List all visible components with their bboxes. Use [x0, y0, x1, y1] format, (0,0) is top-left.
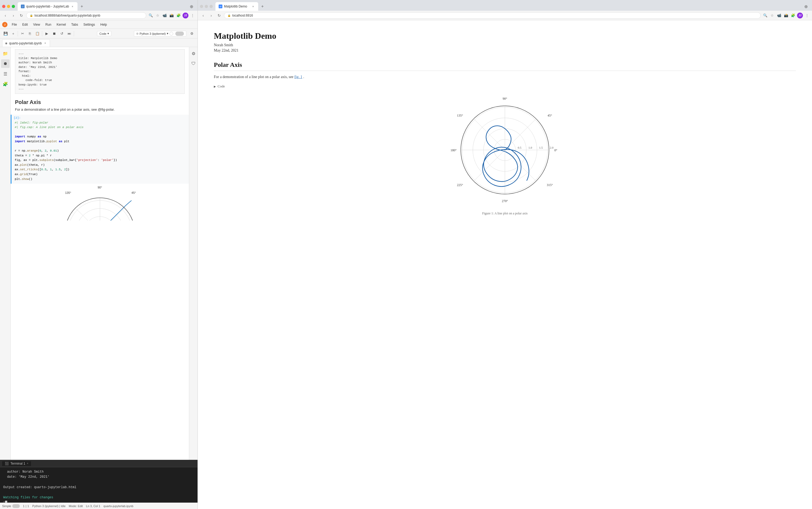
terminal-line-1: author: Norah Smith: [3, 469, 194, 475]
quarto-tab-close-button[interactable]: ×: [251, 5, 255, 8]
notebook-content-area[interactable]: --- title: Matplotlib Demo author: Norah…: [11, 47, 189, 460]
right-new-tab-button[interactable]: +: [259, 3, 266, 10]
code-line-empty2: [15, 144, 186, 149]
terminal-1-tab[interactable]: ⬛ Terminal 1 ×: [2, 461, 31, 466]
add-cell-button[interactable]: ＋: [10, 30, 16, 37]
quarto-description-prefix: For a demonstration of a line plot on a …: [214, 75, 294, 79]
notebook-content: --- title: Matplotlib Demo author: Norah…: [11, 49, 189, 220]
new-tab-button[interactable]: +: [78, 3, 85, 10]
cell-type-select[interactable]: Code ▾: [97, 31, 111, 36]
right-extensions-icon[interactable]: ⊕: [804, 4, 810, 9]
forward-button[interactable]: ›: [10, 12, 16, 19]
right-maximize-window-button[interactable]: [210, 5, 213, 8]
polar-chart-svg: 0.5 1.0 1.5 2.0 90° 135° 45° 0° 315° 270…: [449, 94, 561, 206]
terminal-area: ⬛ Terminal 1 × author: Norah Smith date:…: [0, 460, 198, 503]
menu-edit[interactable]: Edit: [20, 22, 30, 27]
traffic-lights: [2, 5, 15, 8]
code-toggle-label: Code: [218, 84, 225, 89]
maximize-window-button[interactable]: [12, 5, 15, 8]
simple-mode-toggle[interactable]: [12, 504, 20, 508]
reload-button[interactable]: ↻: [18, 12, 25, 19]
quarto-fig-link[interactable]: fig. 1: [294, 75, 302, 79]
jupyter-tab-close-button[interactable]: ×: [71, 5, 74, 8]
sidebar-extensions-icon[interactable]: 🧩: [1, 80, 10, 88]
jupyter-tab[interactable]: J quarto-jupyterlab - JupyterLab ×: [17, 2, 77, 11]
menu-view[interactable]: View: [31, 22, 42, 27]
right-screenshot-icon[interactable]: 📸: [783, 12, 789, 19]
right-reload-button[interactable]: ↻: [216, 12, 222, 19]
kernel-name: Python 3 (ipykernel): [140, 32, 166, 35]
right-video-icon[interactable]: 📹: [776, 12, 782, 19]
menu-file[interactable]: File: [10, 22, 19, 27]
jupyter-main-area: 📁 ⏺ ☰ 🧩 --- title: Matplotlib Demo autho…: [0, 47, 198, 460]
terminal-tab-bar: ⬛ Terminal 1 ×: [0, 460, 198, 467]
sidebar-commands-icon[interactable]: ☰: [1, 69, 10, 78]
code-line-empty: [15, 130, 186, 135]
right-panel-gear-icon[interactable]: ⚙: [189, 49, 198, 58]
right-profile-avatar[interactable]: JJ: [797, 12, 803, 19]
menu-settings[interactable]: Settings: [81, 22, 97, 27]
terminal-close-button[interactable]: ×: [27, 462, 28, 465]
menu-tabs[interactable]: Tabs: [69, 22, 80, 27]
right-search-icon[interactable]: 🔍: [762, 12, 768, 19]
jupyter-logo: J: [2, 22, 7, 27]
right-panel-shield-icon[interactable]: 🛡: [189, 59, 198, 68]
right-minimize-window-button[interactable]: [205, 5, 208, 8]
stop-button[interactable]: ⏹: [51, 30, 58, 37]
right-more-menu-icon[interactable]: ⋮: [804, 12, 810, 19]
minimize-window-button[interactable]: [7, 5, 10, 8]
sidebar-files-icon[interactable]: 📁: [1, 49, 10, 58]
right-back-button[interactable]: ‹: [200, 12, 206, 19]
menu-run[interactable]: Run: [43, 22, 54, 27]
terminal-content[interactable]: author: Norah Smith date: 'May 22nd, 202…: [0, 467, 198, 507]
run-button[interactable]: ▶: [43, 30, 50, 37]
video-icon[interactable]: 📹: [162, 12, 168, 19]
restart-button[interactable]: ↺: [58, 30, 65, 37]
terminal-line-3: Output created: quarto-jupyterlab.html: [3, 485, 194, 490]
url-text: localhost:8888/lab/tree/quarto-jupyterla…: [34, 13, 100, 18]
settings-icon[interactable]: ⚙: [188, 30, 196, 37]
right-forward-button[interactable]: ›: [208, 12, 214, 19]
polar-chart-wrapper: 0.5 1.0 1.5 2.0 90° 135° 45° 0° 315° 270…: [449, 94, 561, 206]
code-toggle-button[interactable]: ▶ Code: [214, 84, 796, 89]
kernel-arrow: ▾: [167, 32, 168, 35]
notebook-file-tab[interactable]: ◉ quarto-jupyterlab.ipynb ×: [2, 39, 50, 47]
cut-button[interactable]: ✂: [19, 30, 26, 37]
close-window-button[interactable]: [2, 5, 5, 8]
menu-help[interactable]: Help: [98, 22, 109, 27]
code-line-5: r = np.arange(0, 2, 0.01): [15, 149, 186, 154]
right-url-input[interactable]: 🔒 localhost:6916: [224, 12, 761, 19]
back-button[interactable]: ‹: [2, 12, 8, 19]
yaml-frontmatter-cell[interactable]: --- title: Matplotlib Demo author: Norah…: [15, 49, 185, 94]
label-225-deg: 225°: [457, 183, 463, 187]
code-cell-2[interactable]: [2]: #| label: fig-polar #| fig.cap: A l…: [11, 115, 189, 184]
quarto-polar-axis-section: Polar Axis: [214, 61, 796, 71]
browser-extensions-icon[interactable]: ⊕: [190, 4, 196, 9]
notebook-tab-icon: ◉: [5, 42, 7, 45]
save-button[interactable]: 💾: [2, 30, 9, 37]
kernel-toggle[interactable]: [175, 32, 184, 36]
search-browser-icon[interactable]: 🔍: [148, 12, 154, 19]
right-extensions-icon2[interactable]: 🧩: [790, 12, 796, 19]
status-separator: |: [26, 504, 27, 508]
toolbar-separator-3: [74, 31, 74, 36]
status-kernel: Python 3 (ipykernel) | Idle: [32, 504, 66, 508]
skip-button[interactable]: ⏭: [66, 30, 73, 37]
sidebar-running-icon[interactable]: ⏺: [1, 59, 10, 68]
extensions-icon[interactable]: 🧩: [176, 12, 181, 19]
screenshot-icon[interactable]: 📸: [169, 12, 175, 19]
url-input[interactable]: 🔒 localhost:8888/lab/tree/quarto-jupyter…: [26, 12, 146, 19]
profile-avatar[interactable]: JJ: [182, 12, 188, 19]
kernel-select[interactable]: Python 3 (ipykernel) ▾: [134, 31, 186, 37]
more-menu-icon[interactable]: ⋮: [189, 12, 196, 19]
paste-button[interactable]: 📋: [34, 30, 41, 37]
quarto-page-title: Matplotlib Demo: [214, 31, 796, 41]
code-content-2[interactable]: #| label: fig-polar #| fig.cap: A line p…: [11, 120, 189, 184]
bookmark-icon[interactable]: ☆: [155, 12, 161, 19]
menu-kernel[interactable]: Kernel: [55, 22, 68, 27]
quarto-tab[interactable]: M Matplotlib Demo ×: [215, 2, 258, 11]
notebook-tab-close-button[interactable]: ×: [43, 41, 47, 45]
copy-button[interactable]: ⎘: [27, 30, 33, 37]
right-bookmark-icon[interactable]: ☆: [769, 12, 775, 19]
right-close-window-button[interactable]: [200, 5, 203, 8]
